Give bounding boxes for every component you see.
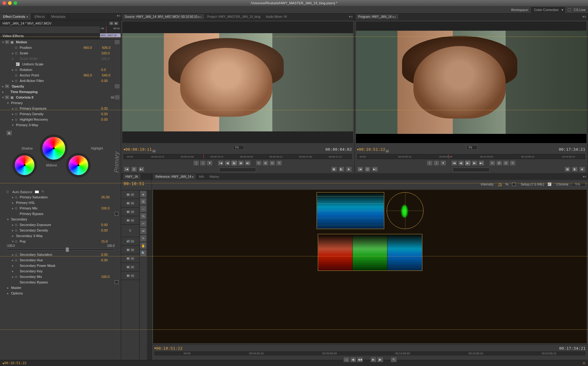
scopes-panel: Reference: HWY_JAN_14 ▾ Info History ▾≡ … [152, 173, 588, 360]
scopes-display [153, 190, 587, 343]
scopes-ruler[interactable]: 00:00 00:04:59:16 00:09:59:09 00:14:59:0… [154, 351, 586, 356]
rgb-parade-scope[interactable] [318, 234, 422, 271]
